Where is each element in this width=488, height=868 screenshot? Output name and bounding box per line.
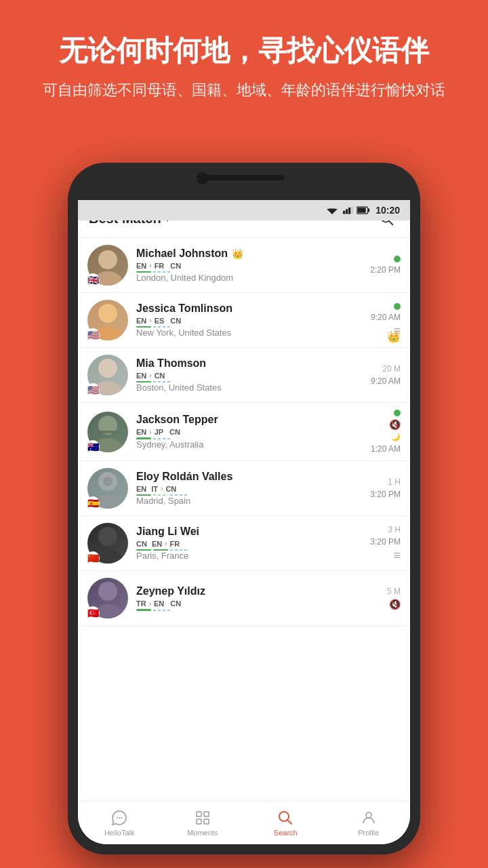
svg-point-27 <box>117 817 118 818</box>
user-meta: 🔇 🌙 1:20 AM <box>360 410 401 454</box>
profile-icon <box>361 810 377 826</box>
svg-rect-4 <box>348 208 350 214</box>
user-name-row: Michael Johnston 👑 <box>136 248 360 260</box>
list-item[interactable]: 🇺🇸 Jessica Tomlinson EN › ES CN <box>78 293 410 348</box>
phone-camera <box>197 172 209 184</box>
svg-rect-2 <box>343 211 345 214</box>
user-meta: 20 M 9:20 AM <box>360 364 401 386</box>
lang-arrow: › <box>149 317 151 324</box>
user-name: Michael Johnston <box>136 248 228 260</box>
message-time: 9:20 AM <box>371 376 401 386</box>
user-meta: 1 H 3:20 PM <box>360 477 401 499</box>
message-time: 2:20 PM <box>370 265 401 275</box>
lang-learn-1: ES <box>155 317 165 325</box>
list-item[interactable]: 🇬🇧 Michael Johnston 👑 EN › FR CN <box>78 238 410 293</box>
user-location: Boston, United States <box>136 382 360 393</box>
app-screen: Best Match ▾ 🇬🇧 <box>78 200 410 844</box>
status-time: 10:20 <box>375 205 400 216</box>
avatar-wrapper: 🇹🇷 <box>87 578 128 618</box>
lang-codes: EN › CN <box>136 372 360 380</box>
nav-item-hellotalk[interactable]: HelloTalk <box>78 804 161 842</box>
lang-native: EN <box>136 428 146 436</box>
promo-title: 无论何时何地，寻找心仪语伴 <box>27 34 461 68</box>
user-name-row: Mia Thomson <box>136 357 360 370</box>
user-location: New York, United States <box>136 328 360 338</box>
svg-line-35 <box>288 820 292 824</box>
nav-label-hellotalk: HelloTalk <box>104 829 135 837</box>
lang-arrow: › <box>165 540 167 547</box>
svg-point-36 <box>366 812 371 818</box>
lang-learn-2: CN <box>169 428 180 436</box>
solid-line <box>136 609 151 611</box>
status-bar: 10:20 <box>78 200 410 220</box>
lang-native: EN <box>136 485 146 493</box>
flag-badge: 🇨🇳 <box>86 551 100 565</box>
lang-learn-1: CN <box>165 485 176 493</box>
message-time: 1:20 AM <box>371 444 401 454</box>
list-item[interactable]: 🇦🇺 Jackson Tepper EN › JP CN <box>78 403 410 461</box>
phone-shell: 10:20 Best Match ▾ <box>68 163 420 854</box>
lang-codes: EN IT › CN <box>136 485 360 493</box>
lang-codes: CN EN › FR <box>136 540 360 548</box>
lang-codes: EN › ES CN <box>136 317 360 325</box>
user-name: Jessica Tomlinson <box>136 302 232 315</box>
bottom-nav: HelloTalk Moments Search <box>78 801 410 844</box>
time-ago: 5 M <box>387 587 401 596</box>
crown-icon: 👑 <box>232 248 243 259</box>
user-location: Paris, France <box>136 551 360 561</box>
list-item[interactable]: 🇪🇸 Eloy Roldán Valles EN IT › CN <box>78 461 410 516</box>
battery-icon <box>357 206 370 214</box>
lang-learn-1: FR <box>155 262 165 270</box>
svg-rect-33 <box>204 819 209 824</box>
user-location: Madrid, Spain <box>136 496 360 506</box>
lang-block: EN › CN <box>136 372 360 383</box>
user-name-row: Jackson Tepper <box>136 414 360 426</box>
hellotalk-icon <box>111 810 127 826</box>
time-ago: 3 H <box>388 525 401 534</box>
list-item[interactable]: 🇺🇸 Mia Thomson EN › CN <box>78 348 410 403</box>
svg-point-22 <box>103 477 113 486</box>
lang-block: EN › ES CN <box>136 317 360 328</box>
lang-native: EN <box>136 372 146 380</box>
lang-codes: EN › JP CN <box>136 428 360 436</box>
lang-learn-2: CN <box>170 262 181 270</box>
list-item[interactable]: 🇹🇷 Zeynep Yıldız TR › EN CN <box>78 571 410 626</box>
lang-arrow: › <box>149 429 151 436</box>
lang-learn-1: EN <box>154 599 164 608</box>
user-location: London, United Kingdom <box>136 273 360 283</box>
avatar-wrapper: 🇦🇺 <box>87 412 128 452</box>
user-name-row: Zeynep Yıldız <box>136 585 360 597</box>
status-icons <box>324 202 370 218</box>
list-item[interactable]: 🇨🇳 Jiang Li Wei CN EN › FR <box>78 516 410 571</box>
muted-icon: 🔇 <box>389 419 401 430</box>
flag-badge: 🇦🇺 <box>86 440 100 454</box>
svg-rect-8 <box>357 208 366 213</box>
dashed-line <box>153 610 172 611</box>
menu-icon[interactable]: ≡ <box>393 549 401 561</box>
flag-badge: 🇹🇷 <box>86 606 100 620</box>
crown-promo-icon: 👑 <box>387 330 401 343</box>
avatar-wrapper: 🇪🇸 <box>87 468 128 509</box>
user-info: Jackson Tepper EN › JP CN <box>136 414 360 450</box>
lang-native: TR <box>136 599 146 608</box>
svg-rect-30 <box>197 812 201 816</box>
user-list: 🇬🇧 Michael Johnston 👑 EN › FR CN <box>78 238 410 801</box>
svg-rect-19 <box>100 431 116 433</box>
svg-rect-3 <box>346 209 348 214</box>
nav-item-search[interactable]: Search <box>244 804 327 842</box>
lang-learn-1: CN <box>155 372 165 380</box>
lang-learn-2: CN <box>170 599 181 608</box>
user-name: Jackson Tepper <box>136 414 218 426</box>
svg-rect-31 <box>204 812 209 816</box>
time-ago: 20 M <box>382 364 401 374</box>
svg-point-11 <box>98 250 117 269</box>
avatar-wrapper: 🇨🇳 <box>87 523 128 564</box>
message-time: 3:20 PM <box>370 490 401 499</box>
nav-item-profile[interactable]: Profile <box>327 804 411 842</box>
nav-label-moments: Moments <box>187 829 218 837</box>
nav-item-moments[interactable]: Moments <box>161 804 245 842</box>
user-name: Eloy Roldán Valles <box>136 471 232 483</box>
user-name: Mia Thomson <box>136 357 206 370</box>
nav-label-search: Search <box>274 829 298 837</box>
lang-block: EN › JP CN <box>136 428 360 439</box>
